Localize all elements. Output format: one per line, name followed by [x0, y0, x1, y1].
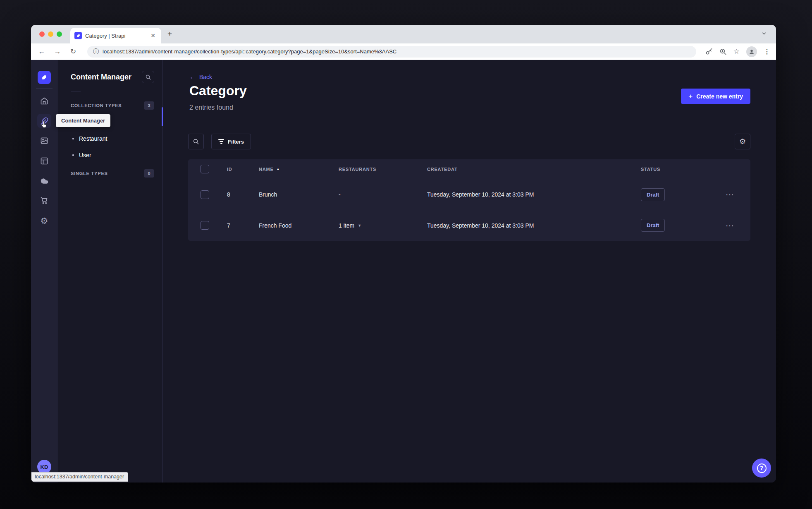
- help-button[interactable]: ?: [752, 459, 771, 478]
- bullet-icon: [72, 138, 74, 139]
- toolbar-icons: ☆ ⋮: [705, 46, 770, 57]
- sidebar-item-label: User: [79, 152, 91, 158]
- cloud-icon[interactable]: [36, 173, 53, 189]
- filters-button[interactable]: Filters: [211, 134, 251, 149]
- strapi-logo[interactable]: [38, 71, 51, 84]
- sidebar-item-restaurant[interactable]: Restaurant: [71, 130, 154, 147]
- cell-restaurants[interactable]: 1 item ▼: [339, 222, 427, 229]
- cell-id: 8: [227, 191, 259, 198]
- row-checkbox[interactable]: [201, 190, 209, 199]
- create-button-label: Create new entry: [696, 93, 743, 100]
- window-controls: [39, 31, 62, 37]
- cell-id: 7: [227, 222, 259, 229]
- collection-types-count-badge: 3: [144, 101, 154, 110]
- create-new-entry-button[interactable]: + Create new entry: [681, 89, 750, 104]
- chevron-down-icon: ▼: [358, 223, 361, 228]
- status-badge: Draft: [641, 219, 665, 232]
- browser-menu-icon[interactable]: ⋮: [764, 48, 770, 55]
- reload-icon[interactable]: ↻: [68, 47, 78, 56]
- column-header-name[interactable]: NAME ▲: [259, 167, 339, 172]
- zoom-window-button[interactable]: [57, 31, 62, 37]
- status-badge: Draft: [641, 188, 665, 201]
- back-label: Back: [199, 74, 212, 80]
- browser-window: Category | Strapi ✕ + ← → ↻ ⓘ localhost:…: [31, 25, 776, 483]
- column-header-createdat[interactable]: CREATEDAT: [427, 167, 641, 172]
- user-avatar[interactable]: KD: [37, 460, 51, 474]
- strapi-app: ⚙ KD Content Manager COLLECTION TYPES 3 …: [31, 60, 776, 483]
- filter-icon: [218, 139, 224, 144]
- main-content: ← Back Category 2 entries found + Create…: [163, 60, 776, 483]
- single-types-label: SINGLE TYPES: [71, 171, 108, 176]
- cell-name: French Food: [259, 222, 339, 229]
- zoom-icon[interactable]: [719, 48, 727, 55]
- cell-restaurants: -: [339, 191, 427, 198]
- gear-icon: ⚙: [739, 138, 746, 145]
- row-actions-menu-icon[interactable]: ⋯: [723, 190, 750, 199]
- cell-createdat: Tuesday, September 10, 2024 at 3:03 PM: [427, 191, 641, 198]
- cell-createdat: Tuesday, September 10, 2024 at 3:03 PM: [427, 222, 641, 229]
- strapi-favicon: [74, 32, 82, 39]
- panel-title: Content Manager: [71, 73, 131, 82]
- arrow-left-icon: ←: [189, 73, 196, 81]
- marketplace-cart-icon[interactable]: [36, 192, 53, 209]
- table-row[interactable]: 8 Brunch - Tuesday, September 10, 2024 a…: [188, 179, 750, 210]
- list-controls: Filters ⚙: [188, 134, 750, 149]
- tab-close-icon[interactable]: ✕: [149, 32, 157, 39]
- browser-tab-strip: Category | Strapi ✕ +: [31, 25, 776, 43]
- column-header-restaurants[interactable]: RESTAURANTS: [339, 167, 427, 172]
- view-settings-gear-button[interactable]: ⚙: [735, 134, 750, 149]
- browser-toolbar: ← → ↻ ⓘ localhost:1337/admin/content-man…: [31, 43, 776, 60]
- table-header-row: ID NAME ▲ RESTAURANTS CREATEDAT STATUS: [188, 159, 750, 179]
- row-checkbox[interactable]: [201, 221, 209, 230]
- link-status-bar: localhost:1337/admin/content-manager: [31, 472, 128, 482]
- search-button[interactable]: [188, 134, 204, 149]
- new-tab-button[interactable]: +: [167, 30, 172, 38]
- minimize-window-button[interactable]: [48, 31, 53, 37]
- rail-divider: [36, 88, 53, 89]
- close-window-button[interactable]: [39, 31, 45, 37]
- forward-nav-icon[interactable]: →: [53, 48, 62, 56]
- entries-table: ID NAME ▲ RESTAURANTS CREATEDAT STATUS 8…: [188, 159, 750, 241]
- panel-search-button[interactable]: [142, 71, 154, 83]
- back-link[interactable]: ← Back: [189, 73, 212, 81]
- filters-label: Filters: [228, 139, 244, 145]
- desktop: { "browser": { "tab_title": "Category | …: [0, 0, 812, 509]
- column-header-status[interactable]: STATUS: [641, 167, 723, 172]
- question-mark-icon: ?: [757, 463, 767, 473]
- select-all-checkbox[interactable]: [201, 165, 209, 173]
- settings-gear-icon[interactable]: ⚙: [36, 212, 53, 229]
- cursor-pointer: [40, 121, 48, 129]
- plus-icon: +: [688, 92, 693, 101]
- single-types-count-badge: 0: [144, 169, 154, 178]
- tab-title: Category | Strapi: [85, 33, 146, 39]
- page-title: Category: [189, 83, 247, 98]
- content-type-builder-icon[interactable]: [36, 153, 53, 169]
- entries-count: 2 entries found: [189, 104, 233, 111]
- content-manager-tooltip: Content Manager: [56, 114, 110, 127]
- cell-name: Brunch: [259, 191, 339, 198]
- home-icon[interactable]: [36, 93, 53, 109]
- browser-profile-avatar[interactable]: [746, 46, 757, 57]
- panel-divider: [71, 91, 81, 91]
- tab-search-chevron-icon[interactable]: [761, 31, 767, 36]
- column-header-id[interactable]: ID: [227, 167, 259, 172]
- row-actions-menu-icon[interactable]: ⋯: [723, 221, 750, 230]
- passwords-key-icon[interactable]: [705, 48, 713, 55]
- browser-tab[interactable]: Category | Strapi ✕: [70, 28, 161, 43]
- sidebar-item-label: Restaurant: [79, 135, 107, 142]
- back-nav-icon[interactable]: ←: [37, 48, 47, 56]
- sidebar-item-user[interactable]: User: [71, 147, 154, 163]
- url-text: localhost:1337/admin/content-manager/col…: [103, 48, 396, 55]
- sort-ascending-icon: ▲: [277, 167, 280, 171]
- bookmark-star-icon[interactable]: ☆: [733, 47, 740, 56]
- site-info-icon[interactable]: ⓘ: [93, 48, 99, 55]
- url-bar[interactable]: ⓘ localhost:1337/admin/content-manager/c…: [87, 46, 696, 58]
- bullet-icon: [72, 154, 74, 156]
- media-library-icon[interactable]: [36, 132, 53, 149]
- collection-types-label: COLLECTION TYPES: [71, 103, 122, 108]
- table-row[interactable]: 7 French Food 1 item ▼ Tuesday, Septembe…: [188, 210, 750, 240]
